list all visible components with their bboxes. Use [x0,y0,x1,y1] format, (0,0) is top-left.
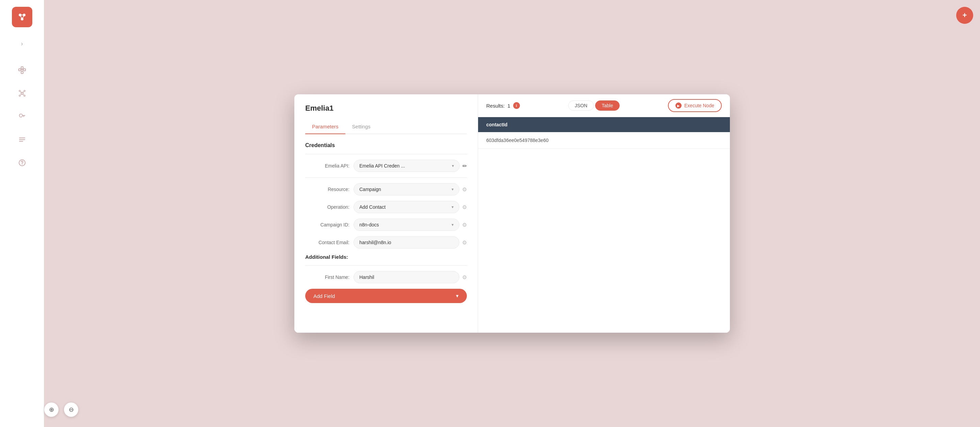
table-container: contactId 603dfda36ee0e549788e3e60 [478,117,730,333]
table-cell-value: 603dfda36ee0e549788e3e60 [486,137,549,143]
bottom-controls: ⊕ ⊖ [44,403,78,417]
svg-rect-8 [21,67,23,69]
execute-node-button[interactable]: ▶ Execute Node [668,99,722,112]
svg-rect-9 [21,72,23,73]
campaign-id-row: Campaign ID: n8n-docs ▾ ⚙ [305,218,467,231]
first-name-gear-icon[interactable]: ⚙ [462,274,467,280]
first-name-row: First Name: ⚙ [305,271,467,283]
contact-email-row: Contact Email: ⚙ [305,236,467,249]
sidebar-toggle[interactable]: › [16,37,28,50]
sidebar: › [0,0,44,427]
avatar[interactable]: + [956,7,973,24]
panel-body: Credentials Emelia API: Emelia API Crede… [294,134,478,333]
tabs: Parameters Settings [305,119,467,134]
operation-row: Operation: Add Contact ▾ ⚙ [305,201,467,213]
chevron-down-icon-resource: ▾ [452,187,453,192]
svg-point-14 [24,90,25,92]
svg-point-13 [19,90,21,92]
panel-header: Emelia1 Parameters Settings [294,94,478,134]
operation-dropdown[interactable]: Add Contact ▾ [353,201,460,213]
modal: Emelia1 Parameters Settings Credentials … [294,94,730,333]
emelia-api-row: Emelia API: Emelia API Creden ... ▾ ✏ [305,160,467,172]
contact-email-label: Contact Email: [305,240,350,245]
email-gear-icon[interactable]: ⚙ [462,239,467,246]
nodes-icon[interactable] [15,63,29,77]
svg-line-20 [23,94,24,95]
first-name-control: ⚙ [353,271,467,283]
additional-divider [305,265,467,266]
view-json-button[interactable]: JSON [568,100,594,111]
campaign-id-value: n8n-docs [360,222,379,228]
campaign-gear-icon[interactable]: ⚙ [462,221,467,228]
first-name-label: First Name: [305,274,350,280]
results-count: 1 [508,103,510,108]
tab-parameters[interactable]: Parameters [305,119,345,134]
right-header: Results: 1 i JSON Table ▶ Execute Node [478,94,730,117]
key-icon[interactable] [15,110,29,123]
resource-value: Campaign [360,186,381,192]
svg-line-17 [21,92,21,92]
panel-title: Emelia1 [305,104,467,113]
modal-overlay: Emelia1 Parameters Settings Credentials … [44,0,980,427]
resource-control: Campaign ▾ ⚙ [353,183,467,196]
emelia-api-dropdown[interactable]: Emelia API Creden ... ▾ [353,160,460,172]
edit-icon[interactable]: ✏ [463,163,467,169]
svg-line-18 [23,92,24,92]
execute-label: Execute Node [684,103,714,108]
view-table-button[interactable]: Table [595,100,619,111]
svg-line-19 [21,94,21,95]
campaign-id-label: Campaign ID: [305,222,350,228]
resource-dropdown[interactable]: Campaign ▾ [353,183,460,196]
results-label: Results: [486,103,504,108]
svg-point-16 [24,95,25,96]
tab-settings[interactable]: Settings [345,119,377,134]
additional-fields-header: Additional Fields: [305,254,467,260]
emelia-api-control: Emelia API Creden ... ▾ ✏ [353,160,467,172]
svg-point-21 [19,114,22,117]
right-panel: Results: 1 i JSON Table ▶ Execute Node c… [478,94,730,333]
emelia-api-value: Emelia API Creden ... [360,163,405,169]
svg-rect-7 [24,69,25,71]
network-icon[interactable] [15,86,29,100]
svg-rect-6 [19,69,21,71]
sidebar-logo[interactable] [12,7,32,27]
chevron-down-icon-operation: ▾ [452,205,453,209]
svg-point-26 [22,164,22,165]
operation-gear-icon[interactable]: ⚙ [462,204,467,210]
view-toggle: JSON Table [568,100,620,111]
resource-gear-icon[interactable]: ⚙ [462,186,467,193]
list-icon[interactable] [15,133,29,147]
play-icon: ▶ [675,102,682,108]
table-body-row: 603dfda36ee0e549788e3e60 [478,132,730,149]
table-header-cell: contactId [486,122,508,127]
add-field-chevron-icon: ▾ [456,293,459,299]
contact-email-control: ⚙ [353,236,467,249]
add-field-label: Add Field [313,293,335,299]
results-info: Results: 1 i [486,102,520,109]
resource-row: Resource: Campaign ▾ ⚙ [305,183,467,196]
operation-control: Add Contact ▾ ⚙ [353,201,467,213]
help-icon[interactable] [15,156,29,170]
credentials-divider [305,154,467,154]
campaign-id-dropdown[interactable]: n8n-docs ▾ [353,218,460,231]
operation-value: Add Contact [360,204,385,210]
zoom-in-button[interactable]: ⊕ [44,403,59,417]
info-badge: i [513,102,520,109]
zoom-out-button[interactable]: ⊖ [64,403,78,417]
divider2 [305,177,467,178]
resource-label: Resource: [305,186,350,192]
add-field-button[interactable]: Add Field ▾ [305,289,467,303]
credentials-section-title: Credentials [305,142,467,148]
table-header-row: contactId [478,117,730,132]
campaign-id-control: n8n-docs ▾ ⚙ [353,218,467,231]
emelia-api-label: Emelia API: [305,163,350,169]
chevron-down-icon-campaign: ▾ [452,222,453,227]
sidebar-icons [15,63,29,170]
left-panel: Emelia1 Parameters Settings Credentials … [294,94,478,333]
operation-label: Operation: [305,204,350,210]
svg-point-15 [19,95,21,96]
first-name-input[interactable] [353,271,460,283]
contact-email-input[interactable] [353,236,460,249]
chevron-down-icon: ▾ [452,163,454,168]
